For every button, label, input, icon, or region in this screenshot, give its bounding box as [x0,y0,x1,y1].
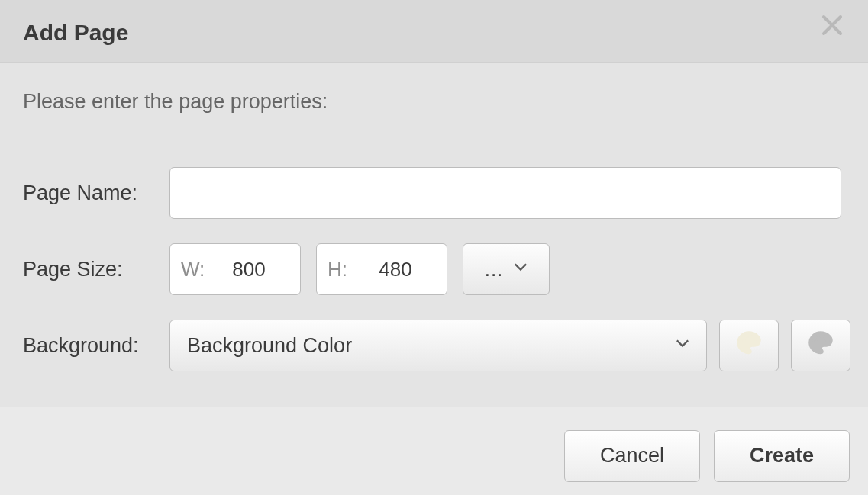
background-select[interactable]: Background Color [169,320,707,371]
dialog-titlebar: Add Page [0,0,868,63]
width-input[interactable] [215,257,283,282]
size-preset-button[interactable]: ... [463,243,550,295]
svg-point-2 [741,339,744,342]
svg-point-7 [817,335,820,338]
color-picker-light-button[interactable] [719,320,779,371]
dialog-footer: Cancel Create [0,407,868,495]
dialog-title: Add Page [23,20,128,46]
label-page-name: Page Name: [23,182,169,205]
preset-label: ... [485,258,504,281]
add-page-dialog: Add Page Please enter the page propertie… [0,0,868,495]
row-background: Background: Background Color [23,320,845,371]
row-page-name: Page Name: [23,167,845,219]
palette-icon [735,329,763,362]
label-background: Background: [23,334,169,358]
svg-point-9 [825,339,828,342]
svg-point-6 [813,339,816,342]
height-input[interactable] [361,257,430,282]
label-page-size: Page Size: [23,258,169,281]
dialog-body: Please enter the page properties: Page N… [0,63,868,371]
height-prefix: H: [328,258,361,281]
width-field[interactable]: W: [169,243,301,295]
instruction-text: Please enter the page properties: [23,90,845,114]
page-name-input[interactable] [169,167,841,219]
create-button[interactable]: Create [714,430,850,482]
svg-point-3 [745,335,748,338]
palette-icon [807,329,834,362]
width-prefix: W: [181,258,215,281]
height-field[interactable]: H: [316,243,447,295]
color-picker-dark-button[interactable] [791,320,850,371]
background-selected-label: Background Color [187,334,352,358]
close-icon[interactable] [819,12,845,38]
row-page-size: Page Size: W: H: ... [23,243,845,295]
svg-point-4 [750,335,753,338]
svg-point-5 [753,339,757,342]
cancel-button[interactable]: Cancel [564,430,700,482]
svg-point-8 [822,335,825,338]
create-button-label: Create [750,444,814,468]
cancel-button-label: Cancel [600,444,664,468]
chevron-down-icon [514,262,528,276]
chevron-down-icon [676,339,689,352]
